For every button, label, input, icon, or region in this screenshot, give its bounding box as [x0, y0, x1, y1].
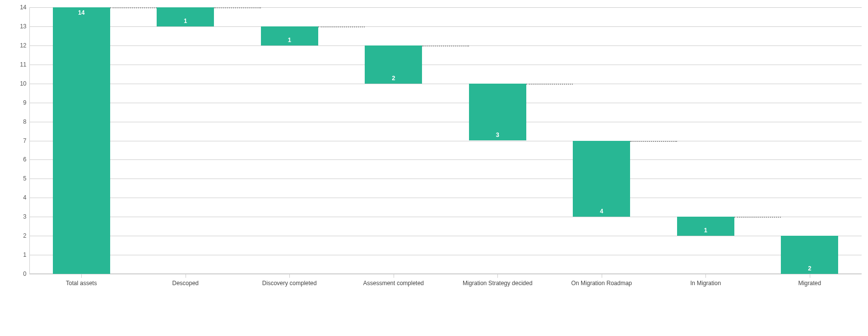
gridline — [29, 255, 862, 255]
x-tick-label: Migrated — [798, 280, 821, 287]
bar-value-label: 3 — [469, 132, 526, 138]
x-tick — [81, 274, 82, 278]
y-tick-label: 11 — [20, 61, 29, 68]
waterfall-bar[interactable]: 3 — [469, 84, 526, 141]
x-tick — [705, 274, 706, 278]
waterfall-chart: 01234567891011121314141123412 Total asse… — [0, 0, 868, 336]
waterfall-bar[interactable]: 4 — [573, 141, 630, 217]
bar-value-label: 4 — [573, 208, 630, 215]
gridline — [29, 141, 862, 141]
y-tick-label: 2 — [23, 232, 29, 239]
y-tick-label: 10 — [20, 80, 29, 87]
waterfall-bar[interactable]: 1 — [157, 7, 214, 26]
bar-value-label: 2 — [365, 75, 422, 82]
gridline — [29, 179, 862, 179]
waterfall-bar[interactable]: 14 — [53, 7, 110, 274]
gridline — [29, 84, 862, 84]
gridline — [29, 159, 862, 160]
y-tick-label: 12 — [20, 42, 29, 49]
bar-value-label: 1 — [261, 37, 318, 44]
y-tick-label: 8 — [23, 118, 29, 125]
x-tick-label: Discovery completed — [262, 280, 317, 287]
x-tick — [186, 274, 186, 278]
y-tick-label: 13 — [20, 23, 29, 30]
bar-value-label: 2 — [781, 265, 838, 272]
x-tick-label: In Migration — [690, 280, 721, 287]
x-tick — [810, 274, 810, 278]
x-tick — [289, 274, 290, 278]
x-tick — [394, 274, 394, 278]
waterfall-bar[interactable]: 2 — [365, 45, 422, 84]
y-tick-label: 14 — [20, 4, 29, 11]
waterfall-connector — [110, 7, 157, 8]
plot-area: 01234567891011121314141123412 — [29, 7, 862, 274]
waterfall-bar[interactable]: 2 — [781, 236, 838, 274]
gridline — [29, 26, 862, 27]
x-tick-label: Migration Strategy decided — [463, 280, 533, 287]
x-tick — [602, 274, 602, 278]
y-tick-label: 9 — [23, 99, 29, 106]
waterfall-connector — [318, 26, 365, 27]
gridline — [29, 236, 862, 236]
waterfall-connector — [422, 45, 469, 46]
waterfall-connector — [630, 141, 677, 142]
x-tick-label: Assessment completed — [363, 280, 424, 287]
x-tick-label: On Migration Roadmap — [571, 280, 632, 287]
y-tick-label: 6 — [23, 156, 29, 163]
y-tick-label: 4 — [23, 194, 29, 201]
bar-value-label: 1 — [157, 18, 214, 24]
x-tick — [497, 274, 498, 278]
y-tick-label: 7 — [23, 137, 29, 144]
bar-value-label: 1 — [677, 227, 734, 234]
x-tick-label: Descoped — [172, 280, 199, 287]
waterfall-connector — [734, 217, 781, 218]
waterfall-bar[interactable]: 1 — [677, 217, 734, 236]
gridline — [29, 103, 862, 103]
y-tick-label: 0 — [23, 270, 29, 277]
waterfall-connector — [214, 7, 261, 8]
bar-value-label: 14 — [53, 9, 110, 16]
waterfall-bar[interactable]: 1 — [261, 26, 318, 45]
x-tick-label: Total assets — [66, 280, 97, 287]
y-tick-label: 5 — [23, 175, 29, 182]
x-axis: Total assetsDescopedDiscovery completedA… — [29, 274, 862, 293]
y-tick-label: 1 — [23, 251, 29, 258]
gridline — [29, 122, 862, 122]
gridline — [29, 65, 862, 65]
waterfall-connector — [526, 84, 573, 85]
gridline — [29, 198, 862, 198]
y-tick-label: 3 — [23, 213, 29, 220]
